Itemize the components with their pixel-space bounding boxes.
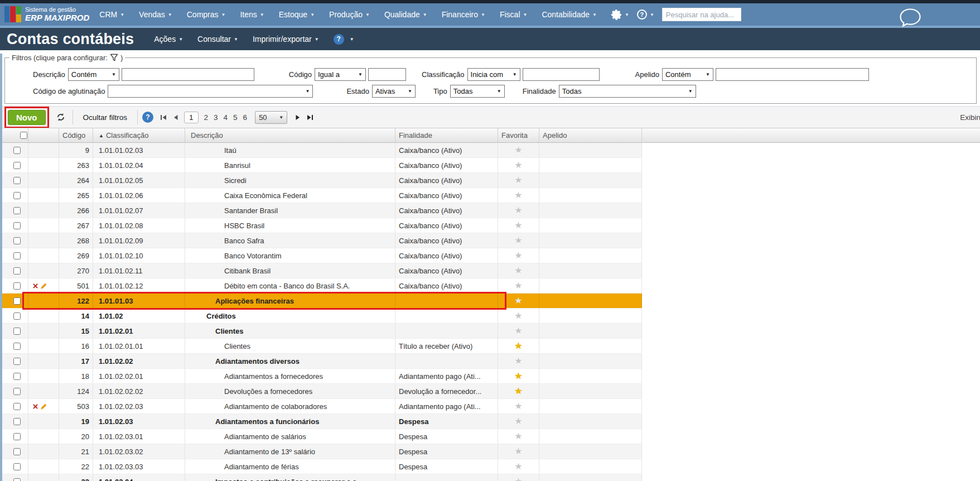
top-menu-financeiro[interactable]: Financeiro▼ [442, 10, 485, 19]
favorite-star-icon[interactable]: ★ [514, 372, 522, 381]
table-row[interactable]: 269 1.01.01.02.10 Banco Votorantim Caixa… [2, 248, 642, 263]
favorite-star-icon[interactable]: ★ [514, 206, 522, 215]
table-row[interactable]: 18 1.01.02.02.01 Adiantamentos a fornece… [2, 369, 642, 384]
delete-row-icon[interactable] [33, 283, 38, 288]
chat-support-button[interactable] [899, 8, 921, 30]
table-row[interactable]: 19 1.01.02.03 Adiantamentos a funcionári… [2, 414, 642, 429]
header-favorita[interactable]: Favorita [498, 128, 539, 142]
row-checkbox[interactable] [13, 478, 21, 481]
favorite-star-icon[interactable]: ★ [514, 281, 522, 290]
row-checkbox[interactable] [13, 207, 21, 214]
favorite-star-icon[interactable]: ★ [514, 417, 522, 426]
table-row[interactable]: 17 1.01.02.02 Adiantamentos diversos ★ [2, 354, 642, 369]
table-row[interactable]: 265 1.01.01.02.06 Caixa Econômica Federa… [2, 188, 642, 203]
favorite-star-icon[interactable]: ★ [514, 387, 522, 396]
row-checkbox[interactable] [13, 177, 21, 184]
row-checkbox[interactable] [13, 222, 21, 229]
tipo-select[interactable]: Todas▼ [450, 85, 505, 98]
page-menu-imprimir-exportar[interactable]: Imprimir/exportar▼ [253, 35, 319, 44]
top-menu-contabilidade[interactable]: Contabilidade▼ [542, 10, 597, 19]
first-page-icon[interactable] [160, 114, 167, 121]
favorite-star-icon[interactable]: ★ [514, 236, 522, 245]
table-row[interactable]: 20 1.01.02.03.01 Adiantamento de salário… [2, 429, 642, 444]
table-row[interactable]: 501 1.01.01.02.12 Débito em conta - Banc… [2, 278, 642, 294]
previous-page-icon[interactable] [173, 114, 178, 121]
estado-select[interactable]: Ativas▼ [372, 85, 416, 98]
page-number-6[interactable]: 6 [243, 113, 248, 122]
new-account-button[interactable]: Novo [8, 110, 46, 125]
table-row[interactable]: 23 1.01.02.04 Impostos e contribuições a… [2, 474, 642, 481]
header-classificacao[interactable]: ▲ Classificação [93, 128, 185, 142]
page-size-select[interactable]: 50▼ [255, 111, 287, 124]
top-menu-estoque[interactable]: Estoque▼ [279, 10, 315, 19]
favorite-star-icon[interactable]: ★ [514, 477, 522, 481]
table-row[interactable]: 503 1.01.02.02.03 Adiantamento de colabo… [2, 399, 642, 414]
page-number-4[interactable]: 4 [224, 113, 228, 122]
row-checkbox[interactable] [13, 252, 21, 259]
row-checkbox[interactable] [13, 267, 21, 275]
top-menu-compras[interactable]: Compras▼ [187, 10, 226, 19]
table-row[interactable]: 15 1.01.02.01 Clientes ★ [2, 324, 642, 339]
favorite-star-icon[interactable]: ★ [514, 357, 522, 365]
settings-menu[interactable]: ▼ [611, 9, 629, 20]
favorite-star-icon[interactable]: ★ [514, 447, 522, 456]
toolbar-help-icon[interactable]: ? [142, 112, 153, 123]
header-descricao[interactable]: Descrição [185, 128, 395, 142]
classificacao-operator-select[interactable]: Inicia com▼ [467, 68, 520, 81]
row-checkbox[interactable] [13, 312, 21, 320]
table-row[interactable]: 267 1.01.01.02.08 HSBC Brasil Caixa/banc… [2, 218, 642, 233]
descricao-filter-input[interactable] [122, 68, 254, 81]
page-number-1[interactable]: 1 [184, 112, 199, 123]
row-checkbox[interactable] [13, 358, 21, 365]
table-row[interactable]: 16 1.01.02.01.01 Clientes Título a receb… [2, 339, 642, 354]
favorite-star-icon[interactable]: ★ [514, 341, 522, 350]
descricao-operator-select[interactable]: Contém▼ [68, 68, 119, 81]
top-menu-vendas[interactable]: Vendas▼ [139, 10, 172, 19]
row-checkbox[interactable] [13, 403, 21, 410]
header-apelido[interactable]: Apelido [539, 128, 642, 142]
favorite-star-icon[interactable]: ★ [514, 402, 522, 411]
app-logo[interactable]: Sistema de gestão ERP MAXIPROD [4, 6, 89, 23]
apelido-filter-input[interactable] [716, 68, 869, 81]
top-menu-itens[interactable]: Itens▼ [240, 10, 264, 19]
row-checkbox[interactable] [13, 328, 21, 335]
favorite-star-icon[interactable]: ★ [514, 251, 522, 260]
edit-row-icon[interactable] [40, 403, 47, 410]
table-row[interactable]: 9 1.01.01.02.03 Itaú Caixa/banco (Ativo)… [2, 143, 642, 158]
header-finalidade[interactable]: Finalidade [395, 128, 498, 142]
row-checkbox[interactable] [13, 463, 21, 470]
top-menu-produ-o[interactable]: Produção▼ [329, 10, 370, 19]
favorite-star-icon[interactable]: ★ [514, 161, 522, 170]
row-checkbox[interactable] [13, 297, 21, 305]
select-all-checkbox[interactable] [20, 132, 27, 139]
table-row[interactable]: 124 1.01.02.02.02 Devoluções a fornecedo… [2, 384, 642, 399]
aglutinacao-select[interactable]: ▼ [108, 85, 313, 98]
search-input[interactable] [662, 8, 741, 21]
table-row[interactable]: 264 1.01.01.02.05 Sicredi Caixa/banco (A… [2, 173, 642, 188]
refresh-button[interactable] [56, 112, 66, 122]
table-row[interactable]: 270 1.01.01.02.11 Citibank Brasil Caixa/… [2, 263, 642, 278]
favorite-star-icon[interactable]: ★ [514, 191, 522, 200]
favorite-star-icon[interactable]: ★ [514, 326, 522, 335]
row-checkbox[interactable] [13, 192, 21, 199]
apelido-operator-select[interactable]: Contém▼ [662, 68, 713, 81]
hide-filters-button[interactable]: Ocultar filtros [78, 110, 133, 124]
codigo-filter-input[interactable] [368, 68, 406, 81]
favorite-star-icon[interactable]: ★ [514, 462, 522, 471]
row-checkbox[interactable] [13, 343, 21, 350]
page-menu-consultar[interactable]: Consultar▼ [197, 35, 238, 44]
favorite-star-icon[interactable]: ★ [514, 432, 522, 441]
top-menu-crm[interactable]: CRM▼ [99, 10, 124, 19]
table-row[interactable]: 268 1.01.01.02.09 Banco Safra Caixa/banc… [2, 233, 642, 248]
classificacao-filter-input[interactable] [523, 68, 600, 81]
row-checkbox[interactable] [13, 162, 21, 169]
top-menu-fiscal[interactable]: Fiscal▼ [500, 10, 527, 19]
row-checkbox[interactable] [13, 448, 21, 455]
favorite-star-icon[interactable]: ★ [514, 296, 522, 305]
row-checkbox[interactable] [13, 433, 21, 440]
page-menu-a-es[interactable]: Ações▼ [154, 35, 183, 44]
page-help-icon[interactable]: ? [334, 34, 344, 45]
table-row[interactable]: 22 1.01.02.03.03 Adiantamento de férias … [2, 459, 642, 474]
page-number-5[interactable]: 5 [233, 113, 238, 122]
help-menu[interactable]: ? ▼ [637, 9, 654, 20]
